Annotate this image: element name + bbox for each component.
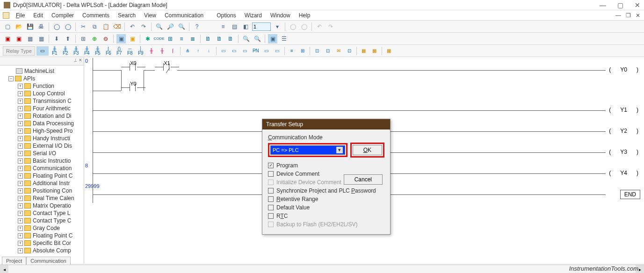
coil-y1[interactable]: ( Y1 ) (609, 107, 638, 113)
nav-fwd-button[interactable]: ↷ (326, 22, 335, 31)
tree-expand-icon[interactable]: + (18, 241, 23, 246)
tree-expand-icon[interactable]: + (18, 248, 23, 253)
redo-big-button[interactable]: ◯ (63, 22, 72, 31)
tree-item[interactable]: +Floating Point C (18, 232, 83, 239)
tree-collapse-icon[interactable]: − (8, 76, 14, 81)
maximize-button[interactable]: ▢ (617, 1, 623, 9)
download-button[interactable]: ▣ (14, 34, 23, 43)
tree-expand-icon[interactable]: + (18, 181, 23, 186)
tree-expand-icon[interactable]: + (18, 106, 23, 111)
tree-item[interactable]: +Absolute Comp (18, 247, 83, 254)
tree-expand-icon[interactable]: + (18, 158, 23, 164)
tree-expand-icon[interactable]: + (18, 136, 23, 141)
tree-item[interactable]: +Loop Control (18, 90, 83, 97)
child-restore-button[interactable]: ❐ (626, 12, 631, 19)
tree-apis[interactable]: APIs (23, 75, 35, 82)
relay-ext3[interactable]: ⌈ (168, 46, 178, 56)
tree-expand-icon[interactable]: + (18, 144, 23, 149)
menu-options[interactable]: Options (213, 11, 239, 20)
tree-item[interactable]: +Specific Bit Cor (18, 239, 83, 247)
tree-item[interactable]: +Gray Code (18, 224, 83, 232)
transfer-button[interactable]: ▣ (128, 34, 137, 43)
tree-expand-icon[interactable]: + (18, 211, 23, 216)
coil-y4[interactable]: ( Y4 ) (609, 170, 638, 176)
step-dropdown[interactable]: ▾ (273, 22, 282, 31)
tree-item[interactable]: +Four Arithmetic (18, 105, 83, 112)
relay-f1[interactable]: ╫F1 (50, 46, 59, 56)
monitor-button[interactable]: ⊞ (79, 34, 88, 43)
rt-12[interactable]: ⊡ (345, 46, 354, 56)
relay-f9[interactable]: │F9 (136, 46, 145, 56)
menu-help[interactable]: Help (295, 11, 314, 20)
rt-15[interactable]: ▦ (384, 46, 394, 56)
tree-item[interactable]: +Transmission C (18, 97, 83, 105)
menu-window[interactable]: Window (267, 11, 294, 20)
rt-14[interactable]: ▦ (370, 46, 379, 56)
tb-z3[interactable]: ▣ (268, 34, 277, 43)
compile-button[interactable]: ▣ (3, 34, 12, 43)
nav-next-button[interactable]: ◯ (299, 22, 309, 31)
copy-button[interactable]: ⧉ (90, 22, 99, 31)
tree-item[interactable]: +Basic Instructio (18, 157, 83, 165)
menu-communication[interactable]: Communication (161, 11, 207, 20)
coil-y0[interactable]: ( Y0 ) (609, 66, 638, 73)
tb-x5[interactable]: ≣ (188, 34, 197, 43)
nav-back-button[interactable]: ↶ (315, 22, 324, 31)
tb-z4[interactable]: ☰ (279, 34, 289, 43)
rt-1[interactable]: ▭ (219, 46, 228, 56)
rt-2[interactable]: ▭ (230, 46, 239, 56)
combo-dropdown-icon[interactable]: ▼ (336, 147, 343, 153)
rt-5[interactable]: ▭ (262, 46, 271, 56)
tree-expand-icon[interactable]: + (18, 121, 23, 126)
chk-device-comment[interactable] (268, 171, 274, 177)
coil-y3[interactable]: ( Y3 ) (609, 149, 638, 155)
tree-item[interactable]: +Function (18, 82, 83, 90)
rt-13[interactable]: ▦ (359, 46, 369, 56)
rt-10[interactable]: ⊡ (323, 46, 333, 56)
delete-button[interactable]: ⌫ (112, 22, 122, 31)
tree-expand-icon[interactable]: + (18, 218, 23, 223)
sidebar-close-icon[interactable]: × (78, 57, 83, 65)
relay-p[interactable]: ↑ (194, 46, 203, 56)
tree-item[interactable]: +Data Processing (18, 120, 83, 127)
menu-wizard[interactable]: Wizard (241, 11, 266, 20)
chk-program[interactable]: ✓ (268, 163, 274, 168)
tree-expand-icon[interactable]: + (18, 166, 23, 171)
simulate-button[interactable]: ⊕ (90, 34, 99, 43)
sfc-mode-button[interactable]: ◧ (241, 22, 250, 31)
relay-f8[interactable]: ─F8 (125, 46, 135, 56)
tb-y1[interactable]: 🗎 (203, 34, 213, 43)
open-button[interactable]: 📂 (14, 22, 23, 31)
tree-item[interactable]: +Additional Instr (18, 180, 83, 187)
tree-expand-icon[interactable]: + (18, 151, 23, 156)
rt-3[interactable]: ▭ (240, 46, 250, 56)
nav-prev-button[interactable]: ◯ (288, 22, 297, 31)
child-close-button[interactable]: ✕ (636, 12, 640, 19)
rt-6[interactable]: ▭ (273, 46, 282, 56)
tree-expand-icon[interactable]: + (18, 203, 23, 208)
relay-f6[interactable]: ⌈F6 (104, 46, 113, 56)
scroll-left-icon[interactable]: ◂ (0, 265, 8, 273)
horizontal-scrollbar[interactable]: ◂ ▸ (0, 265, 644, 273)
tree-expand-icon[interactable]: + (18, 99, 23, 104)
menu-compiler[interactable]: Compiler (48, 11, 78, 20)
menu-search[interactable]: Search (114, 11, 139, 20)
chk-default-value[interactable] (268, 205, 274, 210)
tree-item[interactable]: +External I/O Dis (18, 142, 83, 150)
tree-expand-icon[interactable]: + (18, 226, 23, 231)
tree-expand-icon[interactable]: + (18, 114, 23, 119)
stop-button[interactable]: ⬆ (63, 34, 72, 43)
save-button[interactable]: 💾 (25, 22, 35, 31)
tree-item[interactable]: +Rotation and Di (18, 112, 83, 120)
tree-item[interactable]: +Floating Point C (18, 172, 83, 180)
zoom-in-button[interactable]: 🔍 (154, 22, 164, 31)
ladder-mode-button[interactable]: ≡ (218, 22, 228, 31)
sidebar-pin-icon[interactable]: ⟂ (73, 57, 78, 65)
paste-button[interactable]: 📋 (101, 22, 110, 31)
menu-file[interactable]: File (12, 11, 29, 20)
undo-button[interactable]: ↶ (128, 22, 137, 31)
close-button[interactable]: ✕ (635, 1, 640, 9)
ok-button[interactable]: OK (353, 145, 382, 155)
tree-item[interactable]: +Matrix Operatio (18, 202, 83, 209)
relay-inv[interactable]: ⋔ (183, 46, 192, 56)
